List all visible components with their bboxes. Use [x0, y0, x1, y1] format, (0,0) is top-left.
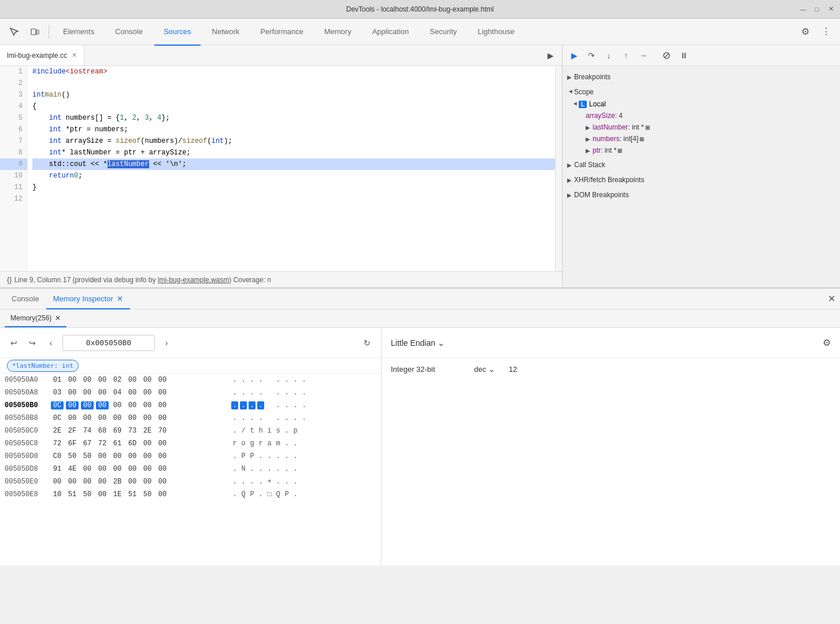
next-addr-button[interactable]: › [160, 336, 173, 350]
tab-application[interactable]: Application [363, 19, 419, 46]
endian-selector[interactable]: Little Endian ⌄ [391, 338, 445, 348]
tab-console[interactable]: Console [106, 19, 152, 46]
console-tab[interactable]: Console [5, 289, 46, 309]
hex-ascii-d0: .PP..... [224, 452, 299, 460]
debug-toolbar: ▶ ↷ ↓ ↑ → ⏸ [563, 45, 840, 66]
tab-security[interactable]: Security [420, 19, 466, 46]
highlight-badge: *lastNumber: int [7, 360, 79, 372]
hex-bytes-e0: 00 00 00 00 2B 00 00 00 [51, 478, 224, 486]
wasm-link[interactable]: lmi-bug-example.wasm [158, 276, 229, 284]
hex-addr-c8: 005050C8 [5, 440, 51, 448]
hex-bytes-a8: 03 00 00 00 04 00 00 00 [51, 389, 224, 397]
close-bottom-panel-icon[interactable]: ✕ [828, 293, 835, 304]
scope-label: Scope [574, 88, 594, 96]
scope-section: ▼ Scope ▼ L Local arraySize [563, 86, 840, 156]
tab-network[interactable]: Network [203, 19, 249, 46]
arraysize-label: arraySize [586, 112, 615, 120]
ptr-item[interactable]: ▶ ptr : int * ⊞ [581, 145, 840, 156]
memory-inspector-tab[interactable]: Memory Inspector ✕ [46, 289, 130, 309]
dom-label: DOM Breakpoints [574, 191, 629, 199]
integer-value: 12 [509, 365, 517, 374]
code-line-9: std::cout << *lastNumber << '\n'; [32, 158, 555, 170]
dom-section: ▶ DOM Breakpoints [563, 189, 840, 201]
scope-content: ▼ L Local arraySize : 4 ▶ lastNumber [563, 98, 840, 156]
code-line-2 [32, 77, 555, 89]
dom-header[interactable]: ▶ DOM Breakpoints [563, 189, 840, 201]
hex-addr-e0: 005050E0 [5, 478, 51, 486]
code-scrollbar[interactable] [555, 66, 562, 271]
bottom-panel: Console Memory Inspector ✕ ✕ Memory(256)… [0, 288, 840, 566]
local-items: arraySize : 4 ▶ lastNumber : int * ⊞ ▶ [567, 110, 840, 156]
step-button[interactable]: → [637, 49, 650, 62]
source-file-tab[interactable]: lmi-bug-example.cc ✕ [0, 45, 84, 65]
tab-sources[interactable]: Sources [154, 19, 201, 46]
tab-performance[interactable]: Performance [251, 19, 312, 46]
minimize-button[interactable]: — [798, 5, 808, 14]
maximize-button[interactable]: □ [812, 5, 822, 14]
local-label: Local [589, 100, 606, 108]
tab-memory[interactable]: Memory [315, 19, 361, 46]
source-tab-bar: lmi-bug-example.cc ✕ ▶ [0, 45, 562, 66]
line-num-8: 8 [0, 147, 27, 158]
numbers-label: numbers [593, 135, 620, 143]
scope-header[interactable]: ▼ Scope [563, 86, 840, 98]
line-num-5: 5 [0, 112, 27, 124]
hex-bytes-e8: 10 51 50 00 1E 51 50 00 [51, 490, 224, 499]
close-panel-button[interactable]: ✕ [828, 289, 835, 309]
tab-lighthouse[interactable]: Lighthouse [468, 19, 524, 46]
settings-button[interactable]: ⚙ [796, 23, 815, 41]
format-dropdown[interactable]: dec ⌄ [474, 365, 495, 374]
highlight-bar: *lastNumber: int [0, 358, 381, 374]
svg-rect-1 [36, 30, 39, 34]
inspect-element-button[interactable] [5, 23, 23, 41]
memory-tab-close[interactable]: ✕ [55, 314, 61, 322]
more-button[interactable]: ⋮ [817, 23, 835, 41]
memory-settings-button[interactable]: ⚙ [823, 337, 831, 348]
code-line-8: int* lastNumber = ptr + arraySize; [32, 147, 555, 158]
deactivate-breakpoints-button[interactable] [660, 49, 674, 62]
pause-on-exceptions-button[interactable]: ⏸ [677, 49, 691, 62]
hex-row-b8: 005050B8 0C 00 00 00 00 00 00 00 .. [0, 412, 381, 424]
format-label: dec [474, 365, 486, 374]
lastnumber-item[interactable]: ▶ lastNumber : int * ⊞ [581, 121, 840, 133]
window-controls: — □ ✕ [798, 5, 835, 14]
xhr-section: ▶ XHR/fetch Breakpoints [563, 173, 840, 186]
memory-256-tab[interactable]: Memory(256) ✕ [5, 309, 66, 327]
device-toolbar-button[interactable] [25, 23, 44, 41]
step-over-button[interactable]: ↷ [584, 49, 598, 62]
memory-inspector-close[interactable]: ✕ [117, 294, 123, 303]
prev-addr-button[interactable]: ‹ [44, 336, 58, 350]
code-line-12 [32, 193, 555, 205]
memory-hex-panel: ↩ ↪ ‹ › ↻ *lastNumber: int 005050A0 [0, 328, 382, 566]
hex-bytes-c0: 2E 2F 74 68 69 73 2E 70 [51, 427, 224, 435]
local-header[interactable]: ▼ L Local [567, 98, 840, 110]
callstack-header[interactable]: ▶ Call Stack [563, 158, 840, 171]
source-panel: lmi-bug-example.cc ✕ ▶ 1 2 3 4 5 6 7 8 [0, 45, 563, 287]
step-out-button[interactable]: ↑ [619, 49, 633, 62]
numbers-item[interactable]: ▶ numbers : int[4] ⊞ [581, 133, 840, 145]
step-into-button[interactable]: ↓ [602, 49, 616, 62]
address-input[interactable] [62, 335, 155, 351]
local-triangle: ▼ [572, 101, 579, 108]
breakpoints-header[interactable]: ▶ Breakpoints [563, 71, 840, 83]
title-bar: DevTools - localhost:4000/lmi-bug-exampl… [0, 0, 840, 19]
xhr-triangle: ▶ [567, 177, 574, 183]
source-tab-actions: ▶ [543, 45, 562, 65]
format-button[interactable]: ▶ [543, 49, 557, 62]
forward-button[interactable]: ↪ [25, 336, 39, 350]
hex-row-c8: 005050C8 72 6F 67 72 61 6D 00 00 ro [0, 437, 381, 450]
xhr-header[interactable]: ▶ XHR/fetch Breakpoints [563, 173, 840, 186]
scope-triangle: ▼ [568, 88, 574, 95]
close-button[interactable]: ✕ [826, 5, 835, 14]
hex-bytes-b8: 0C 00 00 00 00 00 00 00 [51, 414, 224, 422]
lastnumber-triangle: ▶ [586, 124, 593, 131]
resume-button[interactable]: ▶ [567, 49, 581, 62]
back-button[interactable]: ↩ [7, 336, 21, 350]
endian-chevron: ⌄ [438, 338, 445, 348]
arraysize-item[interactable]: arraySize : 4 [581, 110, 840, 121]
refresh-button[interactable]: ↻ [360, 336, 374, 350]
source-close-button[interactable]: ✕ [72, 51, 77, 59]
tab-elements[interactable]: Elements [54, 19, 103, 46]
hex-row-b0: 005050B0 0C 00 00 00 00 00 00 00 .. [0, 399, 381, 412]
line-num-10: 10 [0, 170, 27, 182]
